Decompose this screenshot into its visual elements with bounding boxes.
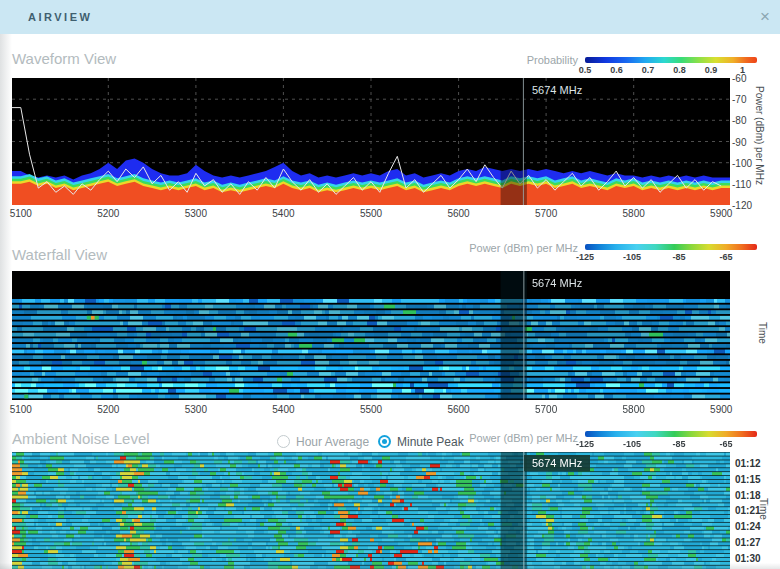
legend-tick: 0.8 [673,65,686,75]
y-axis-tick: -60 [732,73,746,84]
waveform-title: Waveform View [12,50,116,67]
legend-tick: -65 [719,252,732,262]
y-axis-tick: -70 [732,94,746,105]
waterfall-marker-label: 5674 MHz [532,277,582,289]
x-axis-tick: 5700 [535,404,557,415]
ambient-title: Ambient Noise Level [12,430,150,447]
ambient-legend-gradient [585,431,757,437]
ambient-time-axis-label: Time [758,498,769,520]
x-axis-tick: 5600 [447,404,469,415]
waterfall-plot[interactable] [12,271,730,400]
waveform-x-axis: 510052005300540055005600570058005900 [12,208,730,220]
waveform-y-axis-label: Power (dBm) per MHz [754,86,765,185]
title-bar: AIRVIEW × [0,0,780,34]
hour-average-radio[interactable] [277,435,290,448]
legend-tick: -105 [623,252,641,262]
y-axis-tick: -100 [732,158,752,169]
time-axis-tick: 01:30 [735,553,761,564]
x-axis-tick: 5500 [360,404,382,415]
legend-tick: -65 [719,439,732,449]
y-axis-tick: -120 [732,200,752,211]
x-axis-tick: 5800 [623,404,645,415]
legend-tick: -125 [576,252,594,262]
ambient-plot[interactable] [12,452,730,569]
x-axis-tick: 5400 [272,208,294,219]
legend-tick: -125 [576,439,594,449]
time-axis-tick: 01:18 [735,490,761,501]
x-axis-tick: 5200 [97,208,119,219]
legend-tick: 0.9 [705,65,718,75]
x-axis-tick: 5900 [710,208,732,219]
waterfall-legend-ticks: -125-105-85-65 [585,252,757,264]
time-axis-tick: 01:24 [735,521,761,532]
x-axis-tick: 5300 [185,404,207,415]
ambient-legend-label: Power (dBm) per MHz [430,432,578,444]
waterfall-x-axis: 510052005300540055005600570058005900 [12,404,730,416]
y-axis-tick: -110 [732,179,751,190]
y-axis-tick: -90 [732,137,746,148]
x-axis-tick: 5600 [447,208,469,219]
time-axis-tick: 01:27 [735,537,761,548]
airview-window: AIRVIEW × Waveform View Probability 0.50… [0,0,780,569]
hour-average-label[interactable]: Hour Average [296,435,369,449]
probability-legend-label: Probability [470,54,578,66]
app-title: AIRVIEW [28,11,92,23]
ambient-marker-tag: 5674 MHz [524,455,590,471]
legend-tick: -105 [623,439,641,449]
legend-tick: 0.7 [642,65,655,75]
x-axis-tick: 5200 [97,404,119,415]
close-icon[interactable]: × [753,6,777,30]
x-axis-tick: 5400 [272,404,294,415]
legend-tick: -85 [672,252,685,262]
x-axis-tick: 5100 [10,404,32,415]
x-axis-tick: 5500 [360,208,382,219]
time-axis-tick: 01:21 [735,505,761,516]
x-axis-tick: 5900 [710,404,732,415]
time-axis-tick: 01:15 [735,474,761,485]
ambient-legend-ticks: -125-105-85-65 [585,439,757,451]
waveform-plot[interactable] [12,78,730,205]
legend-tick: -85 [672,439,685,449]
legend-tick: 0.5 [579,65,592,75]
probability-legend-gradient [585,57,757,63]
y-axis-tick: -80 [732,115,746,126]
waterfall-legend-gradient [585,244,757,250]
waterfall-time-axis-label: Time [757,322,768,344]
x-axis-tick: 5800 [623,208,645,219]
waterfall-title: Waterfall View [12,246,107,263]
legend-tick: 0.6 [610,65,623,75]
x-axis-tick: 5100 [10,208,32,219]
time-axis-tick: 01:12 [735,458,761,469]
x-axis-tick: 5300 [185,208,207,219]
waterfall-legend-label: Power (dBm) per MHz [430,242,578,254]
minute-peak-radio[interactable] [378,435,391,448]
waveform-marker-label: 5674 MHz [532,84,582,96]
x-axis-tick: 5700 [535,208,557,219]
